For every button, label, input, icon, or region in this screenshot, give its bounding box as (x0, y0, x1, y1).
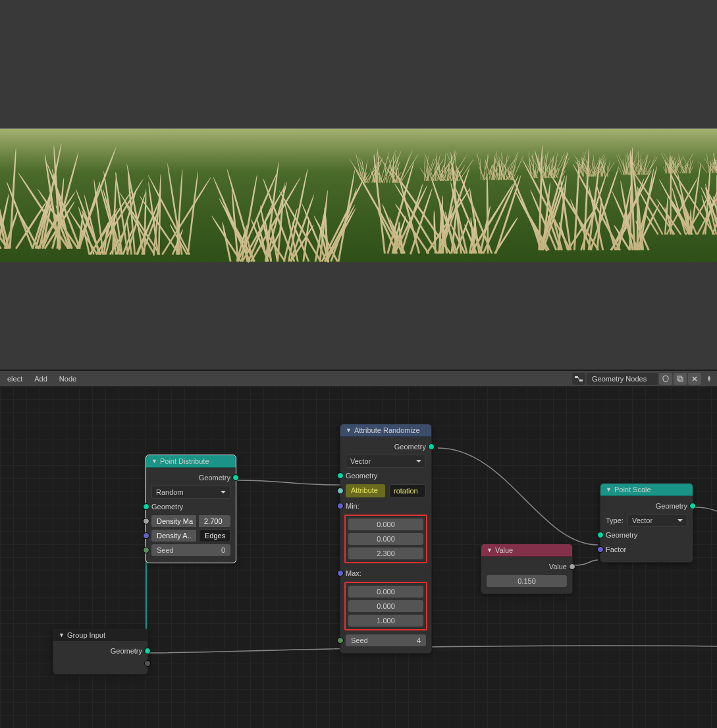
min-y-field[interactable]: 0.000 (348, 533, 423, 545)
node-point-scale[interactable]: ▼Point Scale Geometry Type:Vector Geomet… (600, 483, 693, 563)
socket-geometry-out[interactable] (428, 443, 435, 450)
copy-icon[interactable] (674, 373, 687, 385)
node-attribute-randomize[interactable]: ▼Attribute Randomize Geometry Vector Geo… (340, 424, 432, 654)
type-dropdown[interactable]: Vector (627, 514, 687, 527)
field-label: Seed (157, 546, 174, 554)
socket-label: Geometry (199, 474, 230, 482)
type-label: Type: (606, 517, 624, 524)
pin-icon[interactable] (703, 373, 716, 385)
min-label: Min: (346, 502, 359, 510)
node-title-label: Attribute Randomize (354, 426, 420, 434)
field-value: 0 (221, 546, 225, 554)
field-value: 0.000 (377, 535, 395, 543)
node-title[interactable]: ▼Point Distribute (146, 455, 236, 468)
socket-virtual-out[interactable] (144, 660, 151, 667)
field-value: 0.000 (377, 520, 395, 528)
max-label: Max: (346, 569, 361, 577)
grass-clump (70, 161, 207, 255)
collapse-icon[interactable]: ▼ (346, 427, 352, 434)
socket-label: Geometry (656, 502, 687, 510)
mode-dropdown[interactable]: Random (151, 486, 230, 499)
node-title[interactable]: ▼Point Scale (600, 484, 693, 496)
density-max-field[interactable]: 2.700 (199, 515, 230, 527)
node-point-distribute[interactable]: ▼Point Distribute Geometry Random Geomet… (146, 455, 236, 563)
node-editor[interactable]: ▼Group Input Geometry ▼Point Distribute … (0, 386, 717, 728)
field-value: 4 (417, 636, 421, 644)
max-x-field[interactable]: 0.000 (348, 586, 423, 598)
grass-clump (617, 150, 654, 175)
grass-clump (524, 149, 566, 178)
min-z-field[interactable]: 2.300 (348, 547, 423, 559)
collapse-icon[interactable]: ▼ (59, 632, 65, 638)
socket-label: Geometry (394, 443, 426, 451)
socket-geometry-in[interactable] (337, 472, 344, 479)
socket-seed-in[interactable] (337, 637, 344, 644)
node-editor-header: elect Add Node Geometry Nodes (0, 370, 717, 386)
attribute-field[interactable]: rotation (389, 484, 426, 497)
socket-label: Geometry (606, 531, 637, 539)
seed-field[interactable]: Seed4 (346, 634, 426, 646)
socket-factor-in[interactable] (597, 546, 604, 553)
node-group-input[interactable]: ▼Group Input Geometry (53, 629, 148, 675)
max-highlight-box: 0.000 0.000 1.000 (344, 582, 427, 630)
close-icon[interactable] (688, 373, 701, 385)
node-title[interactable]: ▼Attribute Randomize (340, 424, 431, 437)
socket-attribute-in[interactable] (337, 488, 344, 494)
shield-icon[interactable] (659, 373, 672, 385)
socket-geometry-in[interactable] (143, 503, 149, 510)
dropdown-value: Vector (350, 457, 371, 465)
max-z-field[interactable]: 1.000 (348, 615, 423, 627)
collapse-icon[interactable]: ▼ (606, 486, 612, 493)
socket-geometry-out[interactable] (144, 648, 151, 654)
node-title-label: Point Distribute (160, 457, 209, 465)
field-label: Density A.. (151, 530, 196, 542)
socket-density-attr-in[interactable] (143, 532, 149, 539)
dropdown-value: Vector (632, 517, 652, 524)
socket-min-in[interactable] (337, 503, 344, 509)
field-label: Seed (351, 636, 368, 644)
menu-select[interactable]: elect (1, 375, 28, 383)
socket-geometry-out[interactable] (689, 503, 696, 509)
menu-add[interactable]: Add (28, 375, 53, 383)
collapse-icon[interactable]: ▼ (487, 547, 492, 553)
socket-label: Geometry (346, 472, 377, 480)
node-title-label: Value (495, 546, 513, 554)
seed-field[interactable]: Seed0 (151, 544, 230, 556)
svg-rect-2 (677, 376, 681, 380)
field-label: Density Ma (151, 515, 196, 527)
field-value: 0.000 (377, 602, 395, 610)
max-y-field[interactable]: 0.000 (348, 600, 423, 612)
grass-clump (356, 147, 408, 183)
grass-clump (417, 148, 465, 181)
socket-geometry-in[interactable] (597, 532, 604, 538)
socket-seed-in[interactable] (143, 547, 149, 553)
field-value: 0.000 (377, 588, 395, 596)
socket-label: Factor (606, 546, 626, 553)
grass-clump (661, 150, 696, 173)
socket-value-out[interactable] (569, 563, 575, 570)
min-x-field[interactable]: 0.000 (348, 518, 423, 530)
socket-geometry-out[interactable] (232, 474, 239, 481)
node-value[interactable]: ▼Value Value 0.150 (481, 544, 573, 594)
node-title[interactable]: ▼Group Input (53, 629, 147, 641)
density-attr-field[interactable]: Edges (199, 529, 230, 542)
node-title-label: Point Scale (614, 486, 651, 493)
viewport-3d[interactable] (0, 0, 717, 369)
field-value: 1.000 (377, 617, 395, 625)
value-field[interactable]: 0.150 (487, 575, 567, 587)
socket-label: Geometry (151, 503, 183, 511)
menu-node[interactable]: Node (53, 375, 82, 383)
socket-density-max-in[interactable] (143, 518, 149, 524)
field-value: 2.300 (377, 549, 395, 557)
min-highlight-box: 0.000 0.000 2.300 (344, 515, 427, 563)
type-dropdown[interactable]: Vector (346, 455, 426, 468)
socket-max-in[interactable] (337, 570, 344, 576)
grass-clump (701, 150, 717, 173)
svg-rect-0 (575, 376, 578, 378)
editor-type-icon[interactable] (572, 373, 585, 385)
collapse-icon[interactable]: ▼ (151, 458, 157, 464)
field-value: 0.150 (518, 577, 536, 585)
node-tree-name[interactable]: Geometry Nodes (587, 373, 658, 385)
grass-clump (475, 150, 519, 180)
node-title[interactable]: ▼Value (481, 544, 572, 557)
